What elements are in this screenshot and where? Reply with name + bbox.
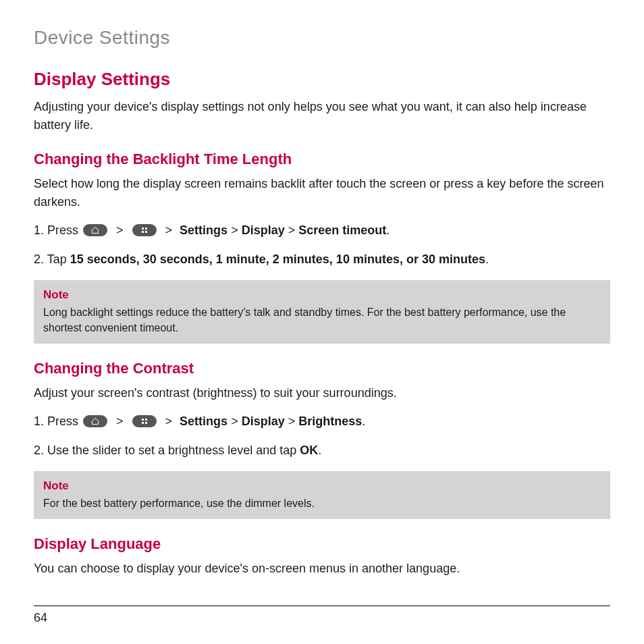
svg-rect-0 — [142, 227, 144, 230]
svg-rect-2 — [142, 231, 144, 233]
svg-rect-5 — [145, 419, 147, 421]
apps-icon — [132, 415, 157, 427]
page-number: 64 — [34, 611, 47, 625]
backlight-description: Select how long the display screen remai… — [34, 175, 610, 211]
svg-rect-4 — [142, 419, 144, 421]
separator: > — [231, 414, 242, 428]
home-icon — [83, 415, 107, 427]
note-box-contrast: Note For the best battery performance, u… — [34, 471, 610, 519]
period: . — [362, 414, 365, 428]
separator: > — [288, 414, 299, 428]
separator: > — [288, 223, 299, 237]
step-text: 2. Use the slider to set a brightness le… — [34, 444, 300, 457]
note-text: Long backlight settings reduce the batte… — [43, 304, 601, 336]
contrast-description: Adjust your screen's contrast (brightnes… — [34, 384, 610, 402]
svg-rect-3 — [145, 231, 147, 233]
svg-rect-6 — [142, 422, 144, 424]
path-brightness: Brightness — [298, 414, 362, 428]
note-box-backlight: Note Long backlight settings reduce the … — [34, 280, 610, 344]
timeout-options: 15 seconds, 30 seconds, 1 minute, 2 minu… — [70, 252, 485, 266]
section-heading-language: Display Language — [34, 535, 610, 553]
note-title: Note — [43, 479, 601, 493]
period: . — [386, 223, 390, 237]
section-heading-backlight: Changing the Backlight Time Length — [34, 151, 610, 168]
contrast-step-1: 1. Press > > Settings > Display > Bright… — [34, 412, 610, 431]
period: . — [485, 252, 489, 266]
language-description: You can choose to display your device's … — [34, 560, 610, 578]
step-text: 1. Press — [34, 223, 82, 237]
separator: > — [116, 223, 127, 237]
page-header: Device Settings — [34, 27, 610, 49]
path-settings: Settings — [180, 223, 227, 237]
ok-label: OK — [300, 444, 318, 457]
backlight-step-2: 2. Tap 15 seconds, 30 seconds, 1 minute,… — [34, 250, 610, 269]
step-text: 2. Tap — [34, 252, 70, 266]
separator: > — [231, 223, 242, 237]
backlight-step-1: 1. Press > > Settings > Display > Screen… — [34, 221, 610, 240]
note-text: For the best battery performance, use th… — [43, 495, 601, 511]
footer-divider — [34, 606, 610, 606]
svg-rect-7 — [145, 422, 147, 424]
separator: > — [165, 414, 176, 428]
path-settings: Settings — [180, 414, 227, 428]
note-title: Note — [43, 288, 601, 302]
svg-rect-1 — [145, 227, 147, 230]
home-icon — [83, 224, 107, 236]
separator: > — [165, 223, 176, 237]
period: . — [318, 444, 321, 457]
apps-icon — [132, 224, 157, 236]
separator: > — [116, 414, 127, 428]
path-display: Display — [242, 414, 285, 428]
step-text: 1. Press — [34, 414, 82, 428]
path-screen-timeout: Screen timeout — [298, 223, 386, 237]
section-heading-display-settings: Display Settings — [34, 69, 610, 90]
path-display: Display — [242, 223, 285, 237]
intro-paragraph: Adjusting your device's display settings… — [34, 98, 610, 134]
contrast-step-2: 2. Use the slider to set a brightness le… — [34, 441, 610, 460]
section-heading-contrast: Changing the Contrast — [34, 360, 610, 377]
